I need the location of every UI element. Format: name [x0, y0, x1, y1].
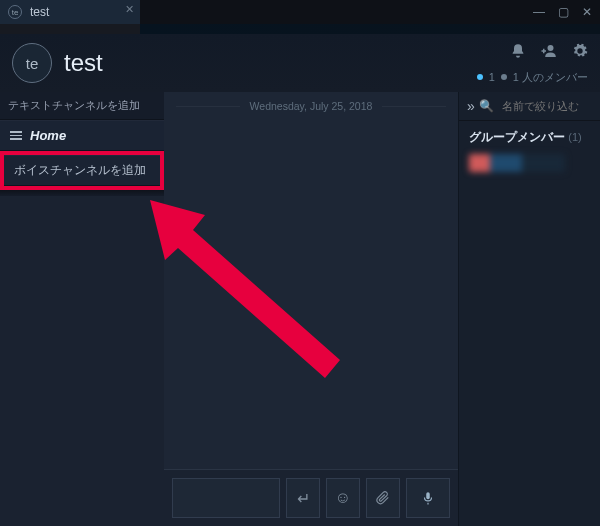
- member-count-label: 1 人のメンバー: [513, 70, 588, 85]
- sidebar: テキストチャンネルを追加 Home ボイスチャンネルを追加: [0, 92, 164, 526]
- online-dot-icon: [477, 74, 483, 80]
- member-row[interactable]: [469, 154, 565, 172]
- group-members-label: グループメンバー: [469, 130, 565, 144]
- members-panel: » 🔍 グループメンバー (1): [458, 92, 600, 526]
- annotation-highlight: ボイスチャンネルを追加: [0, 151, 164, 190]
- channel-home[interactable]: Home: [0, 120, 164, 151]
- dot-separator-icon: [501, 74, 507, 80]
- attach-button[interactable]: [366, 478, 400, 518]
- close-tab-icon[interactable]: ✕: [125, 3, 134, 16]
- svg-point-0: [548, 45, 554, 51]
- member-summary: 1 1 人のメンバー: [477, 70, 588, 85]
- group-members-header: グループメンバー (1): [459, 121, 600, 150]
- close-window-icon[interactable]: ✕: [580, 5, 594, 19]
- search-icon: 🔍: [479, 99, 494, 113]
- svg-rect-1: [426, 492, 430, 499]
- group-avatar-icon[interactable]: te: [12, 43, 52, 83]
- top-banner: [140, 24, 600, 34]
- add-user-icon[interactable]: [540, 42, 558, 64]
- group-title: test: [64, 49, 103, 77]
- chat-main: Wednesday, July 25, 2018 ↵ ☺: [164, 92, 458, 526]
- emoji-button[interactable]: ☺: [326, 478, 360, 518]
- sidebar-empty: [0, 196, 164, 526]
- message-input[interactable]: [172, 478, 280, 518]
- group-members-count: (1): [568, 131, 581, 143]
- tabs-bar: te test ✕ ― ▢ ✕: [0, 0, 600, 24]
- chat-tab[interactable]: te test ✕: [0, 0, 140, 24]
- date-divider: Wednesday, July 25, 2018: [164, 92, 458, 120]
- maximize-icon[interactable]: ▢: [556, 5, 570, 19]
- notifications-icon[interactable]: [510, 43, 526, 63]
- member-search-input[interactable]: [502, 100, 600, 112]
- message-list: [164, 120, 458, 469]
- add-text-channel-button[interactable]: テキストチャンネルを追加: [0, 92, 164, 120]
- send-button[interactable]: ↵: [286, 478, 320, 518]
- add-voice-channel-button[interactable]: ボイスチャンネルを追加: [4, 155, 160, 186]
- hamburger-icon: [10, 131, 22, 140]
- tab-avatar-icon: te: [8, 5, 22, 19]
- minimize-icon[interactable]: ―: [532, 5, 546, 19]
- window-controls: ― ▢ ✕: [532, 0, 600, 24]
- tab-label: test: [30, 5, 49, 19]
- mic-button[interactable]: [406, 478, 450, 518]
- online-count: 1: [489, 71, 495, 83]
- composer: ↵ ☺: [164, 469, 458, 526]
- gear-icon[interactable]: [572, 43, 588, 63]
- collapse-panel-icon[interactable]: »: [467, 98, 471, 114]
- date-divider-label: Wednesday, July 25, 2018: [250, 100, 373, 112]
- chat-header: te test 1 1 人のメンバー: [0, 34, 600, 92]
- channel-home-label: Home: [30, 128, 66, 143]
